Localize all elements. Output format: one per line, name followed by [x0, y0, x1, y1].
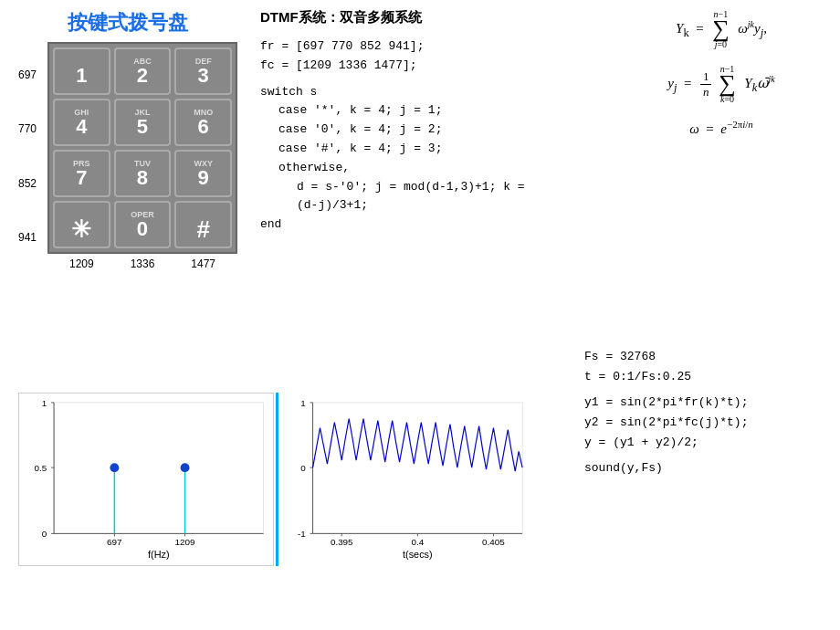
- svg-text:697: 697: [107, 537, 121, 547]
- chart-left: 1 0.5 0 697 1209 f(Hz): [18, 393, 274, 566]
- extra-line-t: t = 0:1/Fs:0.25: [584, 367, 822, 387]
- charts-section: 1 0.5 0 697 1209 f(Hz): [18, 393, 566, 575]
- svg-text:0: 0: [42, 529, 47, 539]
- key-0[interactable]: OPER 0: [114, 201, 172, 248]
- svg-text:0.395: 0.395: [331, 537, 353, 547]
- key-6[interactable]: MNO 6: [174, 99, 232, 146]
- key-star[interactable]: ✳: [53, 201, 110, 248]
- formula-yk: Yk = n−1 ∑ j=0 ωjkyj,: [621, 9, 822, 49]
- chart-left-svg: 1 0.5 0 697 1209 f(Hz): [19, 394, 273, 565]
- key-4[interactable]: GHI 4: [53, 99, 110, 146]
- freq-col-labels: 1209 1336 1477: [47, 257, 237, 270]
- key-2[interactable]: ABC 2: [114, 47, 172, 95]
- code-line-1: fr = [697 770 852 941];: [260, 37, 543, 57]
- extra-line-y1: y1 = sin(2*pi*fr(k)*t);: [584, 393, 822, 413]
- freq-col-1477: 1477: [191, 257, 215, 270]
- code-line-3: switch s: [260, 83, 543, 102]
- key-8-digit: 8: [137, 168, 148, 188]
- extra-line-sound: sound(y,Fs): [584, 458, 822, 478]
- keypad-title: 按键式拨号盘: [18, 9, 237, 37]
- keypad-container: 1 ABC 2 DEF 3 GHI 4 JKL 5: [47, 42, 237, 254]
- code-section: DTMF系统：双音多频系统 fr = [697 770 852 941]; fc…: [260, 9, 543, 235]
- freq-col-1209: 1209: [69, 257, 94, 270]
- svg-point-17: [181, 463, 190, 472]
- svg-text:1: 1: [300, 398, 306, 408]
- key-3[interactable]: DEF 3: [174, 47, 232, 95]
- svg-text:-1: -1: [298, 529, 306, 539]
- extra-line-y: y = (y1 + y2)/2;: [584, 433, 822, 453]
- key-9[interactable]: WXY 9: [174, 150, 232, 197]
- svg-rect-20: [313, 403, 523, 533]
- code-line-4: case '*', k = 4; j = 1;: [260, 101, 543, 121]
- key-8[interactable]: TUV 8: [114, 150, 172, 197]
- formula-yj: yj = 1 n n−1 ∑ k=0 Ykω̄jk: [621, 64, 822, 104]
- dtmf-title: DTMF系统：双音多频系统: [260, 9, 543, 26]
- code-block: fr = [697 770 852 941]; fc = [1209 1336 …: [260, 37, 543, 235]
- code-line-end: end: [260, 215, 543, 235]
- freq-label-770: 770: [18, 105, 37, 152]
- freq-col-1336: 1336: [131, 257, 155, 270]
- extra-line-fs: Fs = 32768: [584, 347, 822, 367]
- code-line-d: d = s-'0'; j = mod(d-1,3)+1; k = (d-j)/3…: [260, 178, 543, 216]
- svg-rect-1: [54, 403, 264, 533]
- svg-text:0.405: 0.405: [482, 537, 505, 547]
- keypad-grid: 1 ABC 2 DEF 3 GHI 4 JKL 5: [53, 47, 232, 248]
- key-4-digit: 4: [76, 117, 87, 137]
- svg-text:0.5: 0.5: [34, 463, 47, 473]
- key-9-digit: 9: [198, 168, 209, 188]
- key-7-digit: 7: [76, 168, 87, 188]
- code-line-2: fc = [1209 1336 1477];: [260, 57, 543, 76]
- key-hash-digit: #: [196, 217, 209, 241]
- key-star-digit: ✳: [71, 217, 91, 241]
- key-hash[interactable]: #: [174, 201, 232, 248]
- chart-right: 1 0 -1 0.395 0.4 0.405 t(secs): [276, 393, 531, 566]
- svg-point-16: [110, 463, 119, 472]
- key-5-digit: 5: [137, 117, 148, 137]
- svg-text:t(secs): t(secs): [403, 549, 433, 560]
- extra-math-section: Fs = 32768 t = 0:1/Fs:0.25 y1 = sin(2*pi…: [584, 347, 822, 479]
- key-5[interactable]: JKL 5: [114, 99, 172, 146]
- formula-omega: ω = e−2πi/n: [621, 119, 822, 137]
- key-2-digit: 2: [137, 66, 148, 86]
- code-line-5: case '0', k = 4; j = 2;: [260, 121, 543, 140]
- freq-label-697: 697: [18, 51, 37, 99]
- key-3-digit: 3: [198, 66, 209, 86]
- chart-right-svg: 1 0 -1 0.395 0.4 0.405 t(secs): [278, 393, 531, 566]
- freq-label-941: 941: [18, 214, 37, 261]
- key-1[interactable]: 1: [53, 47, 110, 95]
- extra-line-y2: y2 = sin(2*pi*fc(j)*t);: [584, 413, 822, 433]
- key-6-digit: 6: [198, 117, 209, 137]
- keypad-section: 按键式拨号盘 697 770 852 941 1 ABC 2 DEF: [18, 9, 237, 270]
- key-1-digit: 1: [76, 66, 87, 86]
- svg-text:1: 1: [42, 398, 47, 408]
- code-line-otherwise: otherwise,: [260, 159, 543, 178]
- math-section: Yk = n−1 ∑ j=0 ωjkyj, yj = 1 n n−1 ∑ k=0…: [621, 9, 822, 150]
- freq-label-852: 852: [18, 160, 37, 207]
- svg-text:1209: 1209: [175, 537, 195, 547]
- code-line-6: case '#', k = 4; j = 3;: [260, 140, 543, 159]
- svg-text:f(Hz): f(Hz): [148, 549, 170, 560]
- key-0-digit: 0: [137, 219, 148, 239]
- svg-text:0.4: 0.4: [411, 537, 424, 547]
- svg-text:0: 0: [300, 463, 306, 473]
- key-7[interactable]: PRS 7: [53, 150, 110, 197]
